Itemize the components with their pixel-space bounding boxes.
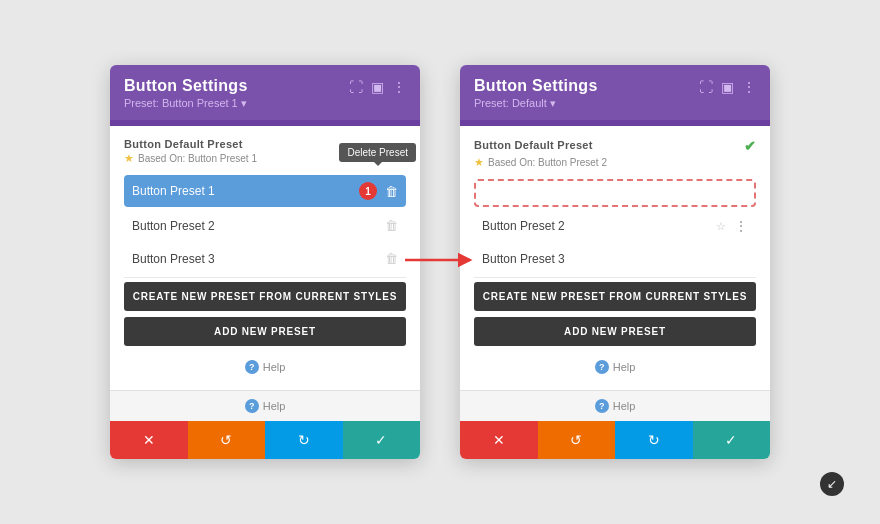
panel-left-header: Button Settings Preset: Button Preset 1 … xyxy=(110,65,420,120)
preset-item-right-2[interactable]: Button Preset 2 ☆ ⋮ xyxy=(474,211,756,241)
panel-right-section-label: Button Default Preset xyxy=(474,139,593,151)
panel-right: Button Settings Preset: Default ▾ ⛶ ▣ ⋮ … xyxy=(460,65,770,459)
create-preset-btn[interactable]: CREATE NEW PRESET FROM CURRENT STYLES xyxy=(124,282,406,311)
star-filled-icon-right: ★ xyxy=(474,156,484,169)
panel-left-based-on-row: ★ Based On: Button Preset 1 xyxy=(124,152,406,165)
panel-left-section-label: Button Default Preset xyxy=(124,138,406,150)
preset-2-label: Button Preset 2 xyxy=(132,219,385,233)
star-filled-icon: ★ xyxy=(124,152,134,165)
maximize-icon-right[interactable]: ⛶ xyxy=(699,79,713,95)
preset-right-3-label: Button Preset 3 xyxy=(482,252,748,266)
help-icon-right[interactable]: ? xyxy=(595,360,609,374)
bar-btn-redo[interactable]: ↻ xyxy=(265,421,343,459)
trash-icon-2[interactable]: 🗑 xyxy=(385,218,398,233)
panel-left: Button Settings Preset: Button Preset 1 … xyxy=(110,65,420,459)
panel-right-bottom-help-label: Help xyxy=(613,400,636,412)
dots-preset-2[interactable]: ⋮ xyxy=(734,218,748,234)
bar-btn-confirm-right[interactable]: ✓ xyxy=(693,421,771,459)
panel-left-help-row: ? Help xyxy=(124,352,406,378)
panel-left-based-on: Based On: Button Preset 1 xyxy=(138,153,257,164)
panel-right-preset[interactable]: Preset: Default ▾ xyxy=(474,97,556,110)
dots-icon-right[interactable]: ⋮ xyxy=(742,79,756,95)
checkmark-icon: ✔ xyxy=(744,138,756,154)
panel-left-bottom-bar: ✕ ↺ ↻ ✓ xyxy=(110,421,420,459)
panel-right-bottom-bar: ✕ ↺ ↻ ✓ xyxy=(460,421,770,459)
preset-right-2-label: Button Preset 2 xyxy=(482,219,716,233)
bar-btn-redo-right[interactable]: ↻ xyxy=(615,421,693,459)
separator-1 xyxy=(124,277,406,278)
dots-icon[interactable]: ⋮ xyxy=(392,79,406,95)
panel-left-help-label: Help xyxy=(263,361,286,373)
split-icon[interactable]: ▣ xyxy=(371,79,384,95)
panel-left-title: Button Settings xyxy=(124,77,248,95)
panel-left-preset[interactable]: Preset: Button Preset 1 ▾ xyxy=(124,97,247,110)
badge-1: 1 xyxy=(359,182,377,200)
create-preset-btn-right[interactable]: CREATE NEW PRESET FROM CURRENT STYLES xyxy=(474,282,756,311)
help-icon-bottom-left[interactable]: ? xyxy=(245,399,259,413)
panel-left-bottom-help: ? Help xyxy=(110,390,420,421)
panel-right-bottom-help: ? Help xyxy=(460,390,770,421)
maximize-icon[interactable]: ⛶ xyxy=(349,79,363,95)
panel-left-body: Button Default Preset ★ Based On: Button… xyxy=(110,126,420,390)
add-preset-btn-right[interactable]: ADD NEW PRESET xyxy=(474,317,756,346)
preset-item-2[interactable]: Button Preset 2 🗑 xyxy=(124,211,406,240)
panel-right-help-row: ? Help xyxy=(474,352,756,378)
bar-btn-cancel-right[interactable]: ✕ xyxy=(460,421,538,459)
bar-btn-cancel[interactable]: ✕ xyxy=(110,421,188,459)
star-empty-icon[interactable]: ☆ xyxy=(716,220,726,233)
scene: Button Settings Preset: Button Preset 1 … xyxy=(0,0,880,524)
panel-right-header: Button Settings Preset: Default ▾ ⛶ ▣ ⋮ xyxy=(460,65,770,120)
help-icon-left[interactable]: ? xyxy=(245,360,259,374)
preset-3-label: Button Preset 3 xyxy=(132,252,385,266)
panel-right-body: Button Default Preset ✔ ★ Based On: Butt… xyxy=(460,126,770,390)
bar-btn-undo-right[interactable]: ↺ xyxy=(538,421,616,459)
trash-icon-3[interactable]: 🗑 xyxy=(385,251,398,266)
add-preset-btn[interactable]: ADD NEW PRESET xyxy=(124,317,406,346)
preset-item-3[interactable]: Button Preset 3 🗑 xyxy=(124,244,406,273)
preset-item-right-3[interactable]: Button Preset 3 xyxy=(474,245,756,273)
panel-right-based-on: Based On: Button Preset 2 xyxy=(488,157,607,168)
panel-left-bottom-help-label: Help xyxy=(263,400,286,412)
separator-right-1 xyxy=(474,277,756,278)
trash-icon[interactable]: 🗑 xyxy=(385,184,398,199)
help-icon-bottom-right[interactable]: ? xyxy=(595,399,609,413)
panel-right-based-on-row: ★ Based On: Button Preset 2 xyxy=(474,156,756,169)
panel-right-help-label: Help xyxy=(613,361,636,373)
bar-btn-undo[interactable]: ↺ xyxy=(188,421,266,459)
panel-right-title: Button Settings xyxy=(474,77,598,95)
cursor-icon: ↙ xyxy=(820,472,844,496)
preset-active-label: Button Preset 1 xyxy=(132,184,359,198)
split-icon-right[interactable]: ▣ xyxy=(721,79,734,95)
preset-item-active[interactable]: Button Preset 1 1 🗑 xyxy=(124,175,406,207)
new-preset-dashed-area xyxy=(474,179,756,207)
bar-btn-confirm[interactable]: ✓ xyxy=(343,421,421,459)
